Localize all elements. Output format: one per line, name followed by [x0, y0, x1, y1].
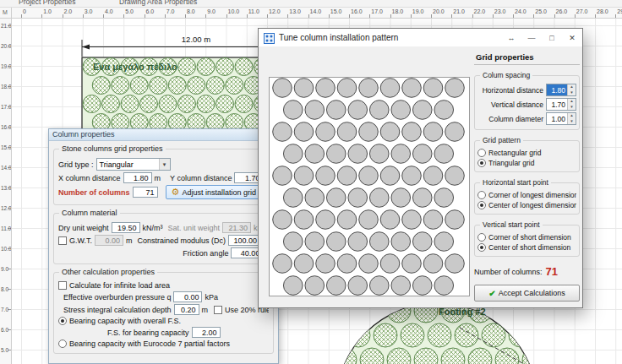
number-of-columns-label: Number of columns: — [474, 268, 543, 276]
center-short-radio[interactable] — [477, 243, 486, 252]
column-diameter-spinner[interactable]: 1.00 ▲▼ — [546, 112, 576, 125]
column-diameter-label: Column diameter — [488, 115, 543, 123]
overburden-input[interactable]: 0.00 — [173, 291, 202, 302]
dimension-arrow-icon — [82, 45, 90, 50]
application-window: Project Properties Drawing Area Properti… — [0, 0, 622, 364]
footing-2[interactable]: Footing #2 — [333, 299, 559, 364]
horizontal-distance-spinner[interactable]: 1.80 ▲▼ — [546, 84, 576, 96]
corner-longest-label: Corner of longest dimension — [488, 191, 576, 199]
group-title: Stone columns grid properties — [59, 144, 166, 153]
overburden-label: Effective overburden pressure q — [63, 293, 171, 302]
bearing-overall-fs-label: Bearing capacity with overall F.S. — [69, 317, 181, 325]
ruler-vertical: 21.020.019.018.017.016.015.014.013.012.0… — [0, 19, 12, 364]
horizontal-distance-value[interactable]: 1.80 — [547, 84, 567, 95]
triangular-grid-radio[interactable] — [477, 159, 486, 167]
spin-down-icon[interactable]: ▼ — [568, 119, 576, 125]
gwt-checkbox[interactable] — [58, 236, 67, 245]
vertical-start-group: Vertical start point Corner of short dim… — [474, 225, 580, 257]
pattern-dialog-icon — [264, 32, 275, 43]
infinite-load-label: Calculate for infinite load area — [69, 281, 170, 290]
grid-type-value: Triangular — [100, 160, 134, 169]
column-properties-body: Stone columns grid properties Grid type … — [49, 149, 278, 364]
dry-unit-weight-input[interactable]: 19.50 — [112, 222, 140, 233]
column-diameter-value[interactable]: 1.00 — [547, 113, 567, 124]
tune-dialog-body: Grid properties Colum spacing Horizontal… — [259, 46, 582, 308]
fs-bearing-label: F.S. for bearing capacity — [107, 329, 189, 337]
rectangular-grid-label: Rectangular grid — [488, 149, 541, 157]
gear-icon: ⚙ — [172, 187, 180, 197]
center-longest-radio[interactable] — [477, 201, 486, 209]
stress-depth-label: Stress integral calculation depth — [63, 306, 172, 314]
constrained-modulus-label: Constrained modulus (Dc) — [138, 236, 226, 245]
adjust-installation-grid-button[interactable]: ⚙ Adjust installation grid — [166, 185, 262, 199]
y-distance-label: Y column distance — [170, 174, 232, 182]
project-properties-toolbar-label[interactable]: Project Properties — [19, 0, 76, 6]
triangular-grid-label: Triangular grid — [488, 159, 535, 167]
stone-columns-grid-group: Stone columns grid properties Grid type … — [53, 149, 274, 205]
rectangular-grid-radio[interactable] — [477, 149, 486, 157]
corner-short-radio[interactable] — [477, 233, 486, 242]
pattern-preview — [269, 77, 470, 296]
spin-down-icon[interactable]: ▼ — [568, 90, 576, 96]
pin-button[interactable]: ↔ — [501, 29, 521, 46]
rule20-checkbox[interactable] — [214, 306, 222, 314]
center-short-label: Center of short dimension — [488, 243, 570, 252]
x-distance-label: X column distance — [58, 174, 121, 182]
dry-unit-weight-unit: kN/m³ — [143, 224, 163, 232]
fs-bearing-input[interactable]: 2.00 — [192, 327, 221, 338]
stress-depth-input[interactable]: 0.20 — [174, 304, 199, 315]
spin-down-icon[interactable]: ▼ — [568, 105, 576, 111]
top-toolbar: Project Properties Drawing Area Properti… — [0, 0, 622, 8]
vertical-distance-label: Vertical distance — [491, 101, 543, 109]
center-longest-label: Center of longest dimension — [488, 201, 576, 209]
vertical-distance-value[interactable]: 1.70 — [547, 99, 567, 110]
minimize-button[interactable]: — — [521, 29, 542, 46]
gwt-label: G.W.T. — [69, 236, 92, 245]
group-title: Horizontal start point — [480, 178, 551, 187]
tune-pattern-dialog: Tune column installation pattern ↔ — □ ✕… — [258, 28, 583, 308]
accept-calculations-button[interactable]: ✔ Accept Calculations — [474, 285, 580, 302]
corner-longest-radio[interactable] — [477, 191, 486, 199]
maximize-button[interactable]: □ — [542, 29, 562, 46]
group-title: Other calculation properties — [59, 268, 157, 276]
tune-dialog-titlebar[interactable]: Tune column installation pattern ↔ — □ ✕ — [259, 29, 582, 46]
column-material-group: Column material Dry unit weight 19.50 kN… — [53, 213, 274, 264]
other-calculation-group: Other calculation properties Calculate f… — [53, 272, 274, 354]
number-of-columns-value: 71 — [546, 265, 558, 278]
adjust-button-label: Adjust installation grid — [182, 188, 256, 197]
column-properties-dialog: Column properties Stone columns grid pro… — [48, 128, 279, 364]
ruler-horizontal: 01.02.03.04.05.06.07.08.09.010.011.012.0… — [12, 8, 622, 19]
grid-type-label: Grid type : — [58, 160, 94, 169]
group-title: Colum spacing — [480, 71, 532, 79]
gwt-input: 0.00 — [95, 235, 123, 246]
group-title: Vertical start point — [480, 220, 543, 229]
constrained-modulus-input[interactable]: 100.00 — [228, 235, 260, 246]
group-title: Grid pattern — [480, 136, 523, 144]
column-properties-titlebar[interactable]: Column properties — [49, 129, 278, 141]
grid-type-select[interactable]: Triangular ▾ — [96, 158, 171, 171]
grid-properties-header: Grid properties — [474, 50, 580, 65]
x-distance-input[interactable]: 1.80 — [123, 172, 152, 183]
horizontal-start-group: Horizontal start point Corner of longest… — [474, 182, 580, 215]
close-button[interactable]: ✕ — [562, 29, 582, 46]
tune-dialog-title: Tune column installation pattern — [279, 33, 501, 42]
stress-depth-unit: m — [202, 306, 209, 314]
bearing-eurocode-label: Bearing capacity with Eurocode 7 partial… — [69, 340, 230, 348]
ruler-unit-label: M — [0, 8, 12, 19]
bearing-eurocode-radio[interactable] — [58, 340, 67, 348]
vertical-distance-spinner[interactable]: 1.70 ▲▼ — [546, 98, 576, 111]
number-of-columns-field: 71 — [133, 187, 158, 198]
group-title: Column material — [59, 209, 120, 217]
check-icon: ✔ — [488, 289, 495, 298]
sat-unit-weight-input: 21.30 — [222, 222, 251, 233]
chevron-down-icon[interactable]: ▾ — [159, 159, 170, 170]
grid-properties-panel: Grid properties Colum spacing Horizontal… — [474, 50, 580, 302]
corner-short-label: Corner of short dimension — [488, 233, 571, 242]
number-of-columns-label: Number of columns — [58, 188, 130, 197]
infinite-load-checkbox[interactable] — [58, 281, 67, 290]
friction-angle-label: Friction angle — [183, 249, 228, 258]
column-spacing-group: Colum spacing Horizontal distance 1.80 ▲… — [474, 75, 580, 130]
drawing-area-properties-toolbar-label[interactable]: Drawing Area Properties — [119, 0, 197, 6]
preview-columns — [273, 79, 465, 296]
bearing-overall-fs-radio[interactable] — [58, 317, 67, 325]
